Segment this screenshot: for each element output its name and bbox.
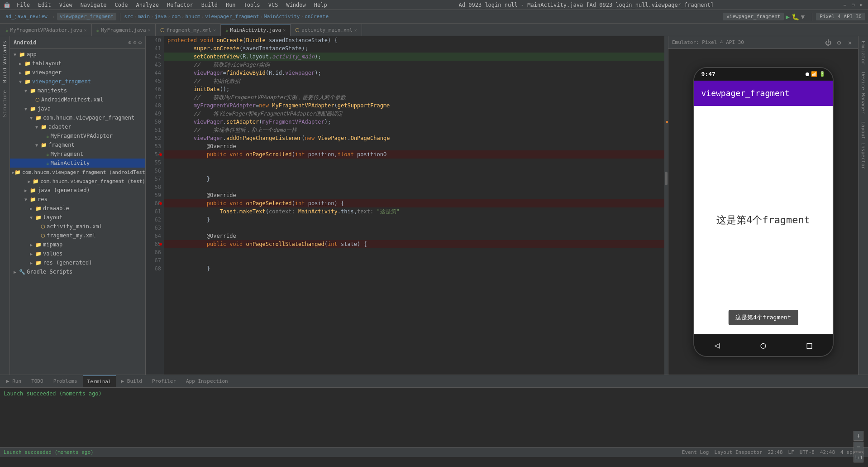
code-content[interactable]: protected void onCreate (Bundle savedIns… — [164, 36, 664, 375]
tab-run[interactable]: ▶ Run — [2, 376, 26, 387]
code-line-63[interactable] — [164, 224, 664, 232]
tree-com-hnucm[interactable]: ▼ 📁 com.hnucm.viewpager_fragment — [10, 113, 145, 122]
tree-adapter[interactable]: ▼ 📁 adapter — [10, 122, 145, 131]
code-line-44[interactable]: viewPager =findViewById (R.id.viewpager … — [164, 69, 664, 77]
tab-profiler[interactable]: Profiler — [148, 376, 181, 387]
code-line-62[interactable]: } — [164, 216, 664, 224]
code-line-54[interactable]: public void onPageScrolled (int position… — [164, 150, 664, 159]
tab-appinspection[interactable]: App Inspection — [181, 376, 233, 387]
tree-myfragment[interactable]: ▶ ☕ MyFragment — [10, 149, 145, 159]
nav-recents-icon[interactable]: □ — [806, 340, 812, 351]
menu-edit[interactable]: Edit — [34, 1, 55, 9]
menu-refactor[interactable]: Refactor — [163, 1, 197, 9]
code-line-46[interactable]: initData (); — [164, 85, 664, 93]
nav-home-icon[interactable]: ○ — [760, 340, 766, 351]
menu-navigate[interactable]: Navigate — [77, 1, 110, 9]
code-line-60[interactable]: public void onPageSelected (int position… — [164, 199, 664, 207]
menu-file[interactable]: File — [13, 1, 33, 9]
code-line-52[interactable]: viewPager .addOnPageChangeListener (new … — [164, 134, 664, 142]
side-tab-device-manager[interactable]: Device Manager — [859, 69, 867, 117]
close-tab-myfragmentvpadapter[interactable]: ✕ — [84, 28, 87, 33]
menu-window[interactable]: Window — [282, 1, 309, 9]
sidebar-gear-icon[interactable]: ⚙ — [138, 39, 142, 46]
code-line-45[interactable]: // 初始化数据 — [164, 77, 664, 85]
nav-back-icon[interactable]: ◁ — [714, 340, 720, 351]
code-line-40[interactable]: protected void onCreate (Bundle savedIns… — [164, 36, 664, 44]
scroll-thumb[interactable] — [665, 172, 668, 185]
layout-inspector-link[interactable]: Layout Inspector — [714, 449, 762, 455]
run-config-dropdown[interactable]: viewpager_fragment — [723, 13, 784, 20]
tree-tablayout[interactable]: ▶ 📁 tablayout — [10, 59, 145, 68]
event-log-link[interactable]: Event Log — [682, 449, 709, 455]
more-run-options[interactable]: ▼ — [801, 13, 805, 20]
menu-code[interactable]: Code — [111, 1, 132, 9]
scroll-indicator[interactable] — [664, 36, 668, 375]
tree-layout[interactable]: ▼ 📁 layout — [10, 213, 145, 222]
code-line-50[interactable]: viewPager .setAdapter (myFragmentVPAdapt… — [164, 118, 664, 126]
tree-values[interactable]: ▶ 📁 values — [10, 249, 145, 258]
tree-myfragmentvp[interactable]: ▶ ☕ MyFragmentVPAdapter — [10, 131, 145, 140]
breadcrumb-src[interactable]: src — [124, 14, 133, 19]
tab-myfragment[interactable]: ☕ MyFragment.java ✕ — [92, 24, 156, 36]
close-button[interactable]: ✕ — [858, 2, 864, 8]
menu-run[interactable]: Run — [222, 1, 239, 9]
breadcrumb-mainactivity[interactable]: MainActivity — [264, 14, 300, 19]
breadcrumb-main[interactable]: main — [138, 14, 150, 19]
minimize-button[interactable]: — — [842, 2, 848, 8]
tree-app[interactable]: ▼ 📁 app — [10, 50, 145, 59]
sidebar-expand-icon[interactable]: ⊕ — [128, 39, 131, 46]
tree-androidmanifest[interactable]: ▶ ⬡ AndroidManifest.xml — [10, 95, 145, 104]
code-line-65[interactable]: public void onPageScrollStateChanged (in… — [164, 240, 664, 248]
tree-res[interactable]: ▼ 📁 res — [10, 195, 145, 204]
breadcrumb-java[interactable]: java — [155, 14, 167, 19]
maximize-button[interactable]: ❐ — [850, 2, 856, 8]
emu-settings-btn[interactable]: ⚙ — [835, 39, 844, 46]
code-line-59[interactable]: @Override — [164, 191, 664, 199]
tree-gradle[interactable]: ▶ 🔧 Gradle Scripts — [10, 267, 145, 276]
tree-fragmentmy[interactable]: ▶ ⬡ fragment_my.xml — [10, 231, 145, 240]
code-line-67[interactable] — [164, 256, 664, 265]
menu-view[interactable]: View — [56, 1, 76, 9]
emu-power-btn[interactable]: ⏻ — [824, 39, 833, 46]
code-line-47[interactable]: // 获取MyFragmentVPAdapter实例，需要传入两个参数 — [164, 93, 664, 101]
menu-analyze[interactable]: Analyze — [132, 1, 162, 9]
tree-drawable[interactable]: ▶ 📁 drawable — [10, 204, 145, 213]
tab-todo[interactable]: TODO — [27, 376, 48, 387]
tree-activitymain[interactable]: ▶ ⬡ activity_main.xml — [10, 222, 145, 231]
code-line-41[interactable]: super.onCreate (savedInstanceState); — [164, 44, 664, 53]
code-line-55[interactable] — [164, 159, 664, 167]
close-tab-activitymain[interactable]: ✕ — [354, 28, 357, 33]
menu-vcs[interactable]: VCS — [265, 1, 282, 9]
code-line-64[interactable]: @Override — [164, 232, 664, 240]
code-line-68[interactable]: } — [164, 265, 664, 273]
tree-java-gen[interactable]: ▶ 📁 java (generated) — [10, 186, 145, 195]
tab-fragmentmy[interactable]: ⬡ fragment_my.xml ✕ — [156, 24, 221, 36]
side-tab-layout-inspector[interactable]: Layout Inspector — [859, 119, 867, 172]
tree-fragment[interactable]: ▼ 📁 fragment — [10, 140, 145, 149]
breadcrumb-hnucm[interactable]: hnucm — [185, 14, 200, 19]
code-line-49[interactable]: // 将ViewPager和myFragmentVPAdapter适配器绑定 — [164, 110, 664, 118]
close-tab-mainactivity[interactable]: ✕ — [283, 28, 286, 33]
tree-resgen[interactable]: ▶ 📁 res (generated) — [10, 258, 145, 267]
tree-mipmap[interactable]: ▶ 📁 mipmap — [10, 240, 145, 249]
close-tab-fragmentmy[interactable]: ✕ — [213, 28, 216, 33]
tree-java[interactable]: ▼ 📁 java — [10, 104, 145, 113]
side-tab-structure[interactable]: Structure — [1, 87, 9, 120]
status-charset[interactable]: UTF-8 — [800, 449, 815, 455]
menu-tools[interactable]: Tools — [240, 1, 264, 9]
tree-viewpager[interactable]: ▶ 📁 viewpager — [10, 68, 145, 77]
sidebar-collapse-icon[interactable]: ⊖ — [134, 39, 137, 46]
tab-problems[interactable]: Problems — [49, 376, 82, 387]
device-dropdown[interactable]: Pixel 4 API 30 — [816, 13, 865, 20]
tab-mainactivity[interactable]: ☕ MainActivity.java ✕ — [221, 24, 291, 36]
project-name[interactable]: ad_java_review — [3, 13, 50, 20]
module-name[interactable]: viewpager_fragment — [57, 13, 116, 20]
debug-button[interactable]: 🐛 — [792, 13, 799, 20]
code-line-42[interactable]: setContentView (R.layout.activity_main )… — [164, 53, 664, 61]
breadcrumb-vp[interactable]: viewpager_fragment — [205, 14, 259, 19]
menu-help[interactable]: Help — [310, 1, 331, 9]
code-line-53[interactable]: @Override — [164, 142, 664, 150]
tree-viewpager-fragment[interactable]: ▼ 📁 viewpager_fragment — [10, 77, 145, 86]
tree-mainactivity[interactable]: ▶ ☕ MainActivity — [10, 159, 145, 168]
emu-close-btn[interactable]: ✕ — [845, 39, 854, 46]
